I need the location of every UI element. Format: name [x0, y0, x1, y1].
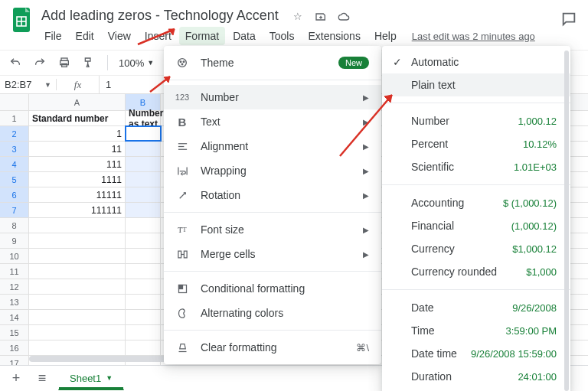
row-header[interactable]: 13	[0, 295, 29, 309]
cell[interactable]	[126, 279, 161, 294]
cell[interactable]	[126, 325, 161, 340]
conditional-icon	[175, 281, 190, 296]
cell[interactable]: 1	[29, 126, 126, 141]
cell[interactable]	[126, 187, 161, 202]
row-header[interactable]: 5	[0, 172, 29, 187]
fmt-date[interactable]: Date9/26/2008	[382, 296, 570, 319]
row-header[interactable]: 10	[0, 249, 29, 263]
menu-rotation[interactable]: Rotation ▶	[164, 183, 381, 207]
name-box[interactable]: B2:B7▼	[0, 79, 57, 90]
formula-bar[interactable]: 1	[100, 79, 117, 90]
row-header[interactable]: 6	[0, 187, 29, 202]
fmt-scientific[interactable]: Scientific1.01E+03	[382, 155, 570, 178]
cell[interactable]	[29, 218, 126, 233]
cell[interactable]	[126, 126, 161, 141]
cell[interactable]	[126, 295, 161, 309]
row-header[interactable]: 12	[0, 279, 29, 294]
menu-tools[interactable]: Tools	[263, 27, 301, 45]
zoom-selector[interactable]: 100%▼	[119, 57, 154, 69]
sheets-logo[interactable]	[11, 6, 32, 34]
cell[interactable]	[126, 203, 161, 217]
row-header[interactable]: 14	[0, 310, 29, 324]
cell[interactable]	[29, 233, 126, 248]
print-icon[interactable]	[57, 55, 72, 70]
fmt-accounting[interactable]: Accounting$ (1,000.12)	[382, 191, 570, 214]
cell[interactable]	[126, 264, 161, 279]
cell[interactable]: Standard number	[29, 111, 126, 125]
cell[interactable]	[126, 218, 161, 233]
cell[interactable]	[126, 157, 161, 171]
cell[interactable]: 111111	[29, 203, 126, 217]
cell[interactable]	[126, 142, 161, 156]
cell[interactable]	[126, 249, 161, 263]
cell[interactable]	[29, 310, 126, 324]
cell[interactable]	[29, 249, 126, 263]
select-all-corner[interactable]	[0, 94, 29, 110]
menu-help[interactable]: Help	[368, 27, 403, 45]
cloud-icon[interactable]	[337, 10, 351, 24]
row-header[interactable]: 11	[0, 264, 29, 279]
menu-view[interactable]: View	[102, 27, 137, 45]
fmt-duration[interactable]: Duration24:01:00	[382, 365, 570, 388]
star-icon[interactable]: ☆	[291, 10, 305, 24]
menu-clear[interactable]: Clear formatting ⌘\	[164, 335, 381, 360]
col-header-a[interactable]: A	[29, 94, 126, 110]
menu-data[interactable]: Data	[227, 27, 262, 45]
all-sheets-button[interactable]: ≡	[32, 369, 52, 389]
cell[interactable]: 11	[29, 142, 126, 156]
row-header[interactable]: 8	[0, 218, 29, 233]
fmt-time[interactable]: Time3:59:00 PM	[382, 319, 570, 342]
fmt-automatic[interactable]: ✓Automatic	[382, 51, 570, 73]
cell[interactable]: 111	[29, 157, 126, 171]
fmt-currency[interactable]: Currency$1,000.12	[382, 237, 570, 260]
menu-extensions[interactable]: Extensions	[302, 27, 366, 45]
redo-icon[interactable]	[32, 55, 47, 70]
menu-font-size[interactable]: тT Font size ▶	[164, 217, 381, 242]
cell[interactable]: 11111	[29, 187, 126, 202]
cell[interactable]	[29, 325, 126, 340]
row-header[interactable]: 16	[0, 340, 29, 355]
cell[interactable]	[126, 172, 161, 187]
undo-icon[interactable]	[8, 55, 23, 70]
fmt-plain-text[interactable]: Plain text	[382, 73, 570, 96]
row-header[interactable]: 1	[0, 111, 29, 125]
cell[interactable]: 1111	[29, 172, 126, 187]
menu-edit[interactable]: Edit	[70, 27, 100, 45]
menu-file[interactable]: File	[38, 27, 68, 45]
sheet-tab[interactable]: Sheet1▼	[58, 367, 124, 390]
cell[interactable]	[29, 264, 126, 279]
cell[interactable]	[126, 233, 161, 248]
alternating-icon	[175, 305, 190, 321]
fmt-datetime[interactable]: Date time9/26/2008 15:59:00	[382, 342, 570, 365]
row-header[interactable]: 2	[0, 126, 29, 141]
fmt-currency-rounded[interactable]: Currency rounded$1,000	[382, 260, 570, 283]
chevron-down-icon[interactable]: ▼	[106, 374, 113, 382]
add-sheet-button[interactable]: +	[6, 369, 26, 389]
comments-icon[interactable]	[560, 11, 577, 30]
row-header[interactable]: 4	[0, 157, 29, 171]
row-header[interactable]: 9	[0, 233, 29, 248]
fmt-number[interactable]: Number1,000.12	[382, 109, 570, 132]
doc-title[interactable]: Add leading zeros - Technology Accent	[38, 6, 282, 25]
fmt-percent[interactable]: Percent10.12%	[382, 132, 570, 155]
row-header[interactable]: 15	[0, 325, 29, 340]
row-header[interactable]: 7	[0, 203, 29, 217]
row-header[interactable]: 3	[0, 142, 29, 156]
menu-conditional[interactable]: Conditional formatting	[164, 276, 381, 301]
cell[interactable]: Number as text	[126, 111, 161, 125]
cell[interactable]	[29, 340, 126, 355]
last-edit-link[interactable]: Last edit was 2 minutes ago	[412, 31, 535, 42]
fmt-financial[interactable]: Financial(1,000.12)	[382, 214, 570, 237]
submenu-scrollbar[interactable]	[564, 51, 569, 391]
menu-format[interactable]: Format	[179, 27, 225, 45]
cell[interactable]	[126, 310, 161, 324]
menu-merge[interactable]: Merge cells ▶	[164, 242, 381, 266]
cell[interactable]	[29, 295, 126, 309]
paint-format-icon[interactable]	[81, 55, 96, 70]
move-icon[interactable]	[314, 10, 328, 24]
cell[interactable]	[126, 340, 161, 355]
cell[interactable]	[29, 279, 126, 294]
menu-wrapping[interactable]: Wrapping ▶	[164, 158, 381, 183]
menu-alternating[interactable]: Alternating colors	[164, 301, 381, 325]
menu-theme[interactable]: Theme New	[164, 51, 381, 75]
